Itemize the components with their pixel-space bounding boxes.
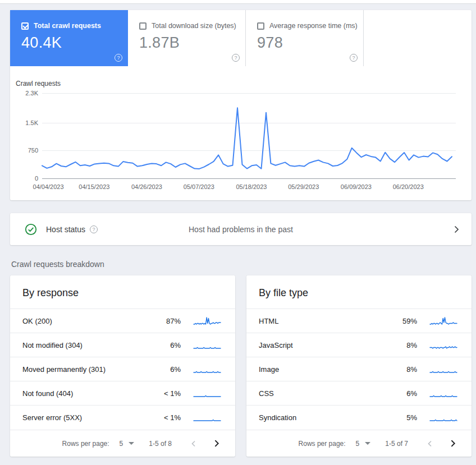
- row-label: Not found (404): [22, 389, 73, 398]
- table-row[interactable]: Image 8%: [246, 357, 472, 381]
- row-percent: 6%: [170, 365, 181, 374]
- metric-label: Total download size (bytes): [152, 22, 236, 30]
- x-tick-label: 04/04/2023: [33, 183, 64, 190]
- pagination-footer: Rows per page: 5 1-5 of 7: [246, 430, 472, 457]
- table-row[interactable]: Not modified (304) 6%: [10, 333, 235, 357]
- sparkline: [429, 388, 457, 399]
- x-tick-label: 05/18/2023: [236, 183, 267, 190]
- y-tick-label: 0: [35, 175, 38, 182]
- row-label: Syndication: [259, 413, 296, 422]
- rows-per-page-label: Rows per page:: [62, 440, 109, 448]
- metric-card-average-response-time[interactable]: Average response time (ms) 978 ?: [246, 10, 364, 66]
- by-response-title: By response: [10, 275, 235, 309]
- dropdown-arrow-icon: [129, 442, 134, 445]
- next-page-button[interactable]: [210, 437, 223, 450]
- sparkline: [193, 315, 221, 326]
- breakdown-heading: Crawl requests breakdown: [11, 260, 476, 269]
- metric-card-total-crawl-requests[interactable]: Total crawl requests 40.4K ?: [10, 10, 128, 66]
- sparkline: [429, 363, 457, 375]
- table-row[interactable]: Syndication 5%: [246, 405, 472, 429]
- rows-per-page-value: 5: [120, 440, 123, 448]
- table-row[interactable]: Moved permanently (301) 6%: [10, 357, 235, 381]
- metric-value: 978: [257, 34, 355, 52]
- host-status-row[interactable]: Host status ? Host had problems in the p…: [10, 213, 472, 245]
- help-icon[interactable]: ?: [350, 54, 358, 62]
- row-percent: 6%: [170, 341, 181, 349]
- chart-title: Crawl requests: [16, 80, 472, 88]
- x-tick-label: 06/09/2023: [341, 183, 372, 190]
- by-response-card: By response OK (200) 87% Not modified (3…: [10, 275, 235, 457]
- table-row[interactable]: OK (200) 87%: [10, 309, 235, 333]
- by-file-type-card: By file type HTML 59% JavaScript 8% Imag…: [246, 275, 472, 457]
- breakdown-cards-row: By response OK (200) 87% Not modified (3…: [10, 275, 472, 457]
- table-row[interactable]: Not found (404) < 1%: [10, 381, 235, 405]
- help-icon[interactable]: ?: [232, 54, 240, 62]
- metric-label: Average response time (ms): [269, 22, 358, 30]
- sparkline: [193, 388, 221, 399]
- total-download-size-checkbox[interactable]: [139, 22, 147, 30]
- row-percent: 87%: [166, 317, 181, 325]
- row-label: OK (200): [22, 317, 52, 325]
- total-crawl-requests-checkbox[interactable]: [21, 22, 29, 30]
- help-icon[interactable]: ?: [115, 54, 122, 62]
- y-tick-label: 750: [28, 147, 38, 154]
- sparkline: [429, 339, 457, 351]
- by-file-type-title: By file type: [246, 275, 472, 309]
- row-label: HTML: [259, 317, 278, 325]
- table-row[interactable]: JavaScript 8%: [246, 333, 472, 357]
- average-response-time-checkbox[interactable]: [257, 22, 264, 30]
- row-label: CSS: [259, 389, 274, 398]
- row-percent: < 1%: [164, 413, 181, 422]
- metric-label: Total crawl requests: [34, 22, 101, 30]
- host-status-label: Host status: [46, 225, 85, 234]
- rows-per-page-select[interactable]: 5: [356, 440, 371, 448]
- rows-per-page-value: 5: [356, 440, 360, 448]
- row-label: Server error (5XX): [22, 413, 82, 422]
- row-label: JavaScript: [259, 341, 293, 349]
- row-label: Moved permanently (301): [22, 365, 106, 374]
- x-tick-label: 04/15/2023: [79, 183, 109, 190]
- x-tick-label: 06/20/2023: [393, 183, 424, 190]
- metric-value: 1.87B: [139, 34, 237, 52]
- host-ok-check-icon: [25, 223, 37, 236]
- sparkline: [193, 339, 221, 351]
- host-status-help-icon[interactable]: ?: [90, 225, 98, 233]
- table-row[interactable]: Server error (5XX) < 1%: [10, 405, 235, 429]
- x-tick-label: 04/26/2023: [131, 183, 162, 190]
- x-tick-label: 05/07/2023: [184, 183, 214, 190]
- table-row[interactable]: HTML 59%: [246, 309, 472, 333]
- row-label: Not modified (304): [22, 341, 83, 349]
- row-label: Image: [259, 365, 279, 374]
- row-percent: 8%: [406, 365, 417, 374]
- chevron-right-icon[interactable]: [451, 224, 461, 234]
- metric-value: 40.4K: [21, 34, 120, 52]
- metric-card-total-download-size[interactable]: Total download size (bytes) 1.87B ?: [128, 10, 246, 66]
- rows-per-page-label: Rows per page:: [299, 440, 346, 448]
- chart-x-axis: 04/04/2023 04/15/2023 04/26/2023 05/07/2…: [42, 183, 456, 192]
- row-percent: 8%: [406, 341, 417, 349]
- sparkline: [429, 315, 457, 326]
- rows-per-page-select[interactable]: 5: [120, 440, 135, 448]
- x-tick-label: 05/29/2023: [288, 183, 319, 190]
- x-axis-line: [42, 178, 456, 179]
- pagination-range: 1-5 of 8: [149, 440, 172, 448]
- sparkline: [193, 363, 221, 375]
- row-percent: < 1%: [164, 389, 181, 398]
- y-tick-label: 2.3K: [25, 90, 38, 96]
- dropdown-arrow-icon: [365, 442, 370, 445]
- row-percent: 5%: [406, 413, 417, 422]
- crawl-stats-panel: Total crawl requests 40.4K ? Total downl…: [10, 10, 472, 200]
- table-row[interactable]: CSS 6%: [246, 381, 472, 405]
- y-tick-label: 1.5K: [25, 119, 38, 126]
- previous-page-button[interactable]: [187, 438, 200, 450]
- next-page-button[interactable]: [446, 437, 459, 450]
- pagination-footer: Rows per page: 5 1-5 of 8: [10, 430, 235, 457]
- previous-page-button[interactable]: [424, 438, 436, 450]
- sparkline: [429, 412, 457, 423]
- top-divider-bar: [0, 0, 476, 4]
- row-percent: 6%: [406, 389, 417, 398]
- sparkline: [193, 412, 221, 423]
- crawl-requests-chart: 2.3K 1.5K 750 0: [42, 93, 456, 178]
- pagination-range: 1-5 of 7: [385, 440, 408, 448]
- crawl-requests-line-series: [42, 93, 456, 178]
